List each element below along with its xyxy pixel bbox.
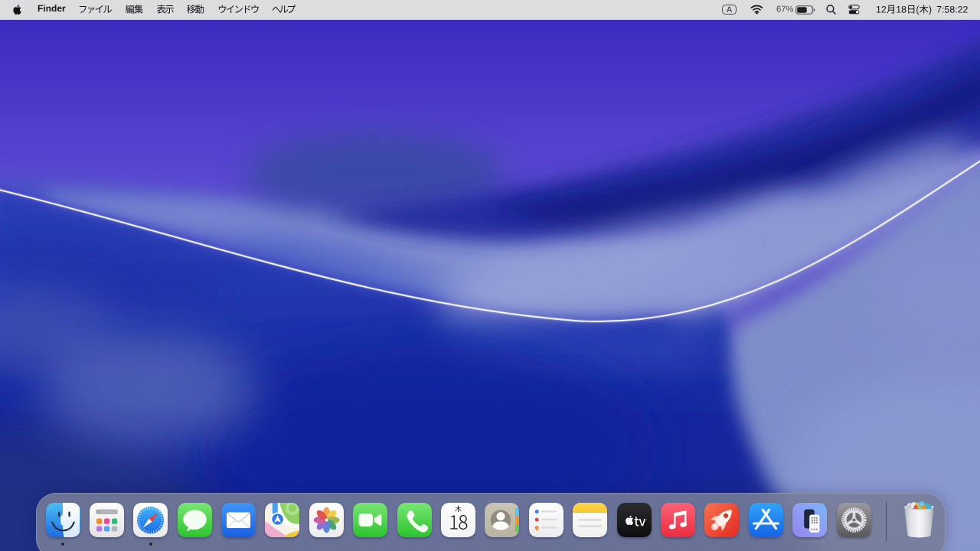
- dock-contacts[interactable]: [485, 503, 519, 537]
- dock-maps[interactable]: [265, 503, 299, 537]
- menu-bar-clock[interactable]: [876, 3, 969, 16]
- wallpaper: [0, 0, 980, 551]
- battery-fill: [797, 7, 807, 13]
- menu-app-name[interactable]: [38, 2, 66, 17]
- dock-tv[interactable]: [617, 503, 652, 537]
- wifi-icon[interactable]: [750, 5, 763, 15]
- calendar-day: [449, 514, 468, 531]
- calendar-weekday: [455, 505, 462, 513]
- dock-phone[interactable]: [397, 503, 432, 537]
- dock-messages[interactable]: [178, 503, 212, 537]
- apple-menu-icon[interactable]: [12, 4, 22, 15]
- menu-window[interactable]: [218, 3, 260, 16]
- menu-go[interactable]: [187, 3, 204, 16]
- dock-calendar[interactable]: [441, 503, 475, 537]
- dock-notes[interactable]: [573, 503, 607, 537]
- spotlight-search-icon[interactable]: [826, 5, 836, 15]
- dock-photos[interactable]: [309, 503, 344, 537]
- battery-icon: [795, 5, 815, 15]
- menu-edit[interactable]: [126, 3, 144, 16]
- dock-system-settings[interactable]: [837, 503, 871, 537]
- dock: [36, 493, 946, 551]
- dock-separator: [886, 501, 887, 541]
- menu-bar: [0, 0, 980, 19]
- dock-apps[interactable]: [90, 503, 124, 537]
- dock-launchpad[interactable]: [704, 503, 739, 537]
- dock-app-store[interactable]: [749, 503, 783, 537]
- safari-running-indicator: [149, 543, 152, 546]
- battery-indicator[interactable]: [776, 4, 815, 16]
- battery-percent: [776, 4, 794, 16]
- dock-trash[interactable]: [902, 503, 936, 537]
- control-center-icon[interactable]: [848, 5, 860, 15]
- menu-file[interactable]: [79, 3, 113, 16]
- dock-reminders[interactable]: [529, 503, 564, 537]
- finder-running-indicator: [61, 543, 64, 546]
- menu-view[interactable]: [157, 3, 175, 16]
- wallpaper-art: [0, 0, 980, 551]
- dock-safari[interactable]: [133, 503, 168, 537]
- dock-mail[interactable]: [221, 503, 256, 537]
- input-source-indicator[interactable]: [722, 5, 737, 15]
- dock-facetime[interactable]: [353, 503, 387, 537]
- dock-finder[interactable]: [46, 503, 80, 537]
- menu-help[interactable]: [273, 3, 296, 16]
- dock-iphone-mirroring[interactable]: [792, 503, 827, 537]
- dock-music[interactable]: [661, 503, 695, 537]
- desktop: const data = JSON.parse(document.getElem…: [0, 0, 980, 551]
